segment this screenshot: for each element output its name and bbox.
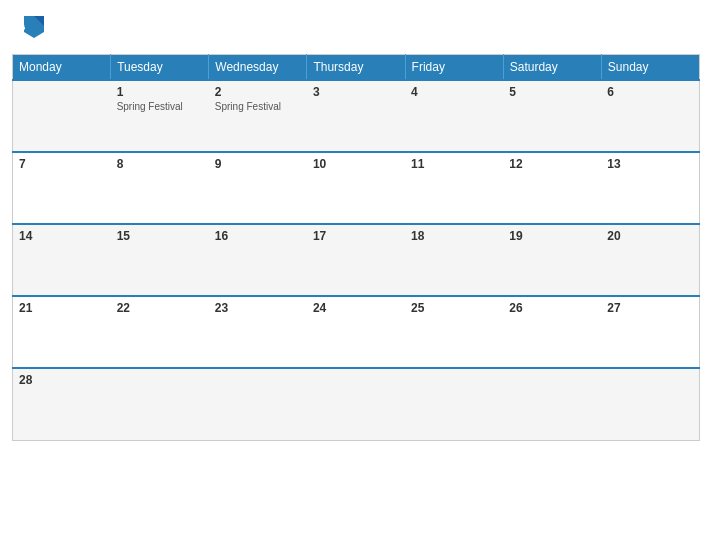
day-number: 11 — [411, 157, 497, 171]
day-number: 3 — [313, 85, 399, 99]
calendar-cell — [405, 368, 503, 440]
calendar-cell: 27 — [601, 296, 699, 368]
day-number: 22 — [117, 301, 203, 315]
day-number: 28 — [19, 373, 105, 387]
calendar-week-row: 14151617181920 — [13, 224, 700, 296]
calendar-table: MondayTuesdayWednesdayThursdayFridaySatu… — [12, 54, 700, 441]
day-number: 18 — [411, 229, 497, 243]
calendar-cell: 18 — [405, 224, 503, 296]
day-number: 27 — [607, 301, 693, 315]
day-number: 16 — [215, 229, 301, 243]
calendar-cell: 8 — [111, 152, 209, 224]
calendar-cell: 14 — [13, 224, 111, 296]
calendar-week-row: 28 — [13, 368, 700, 440]
calendar-cell: 26 — [503, 296, 601, 368]
calendar-cell: 4 — [405, 80, 503, 152]
day-number: 21 — [19, 301, 105, 315]
day-number: 23 — [215, 301, 301, 315]
col-header-thursday: Thursday — [307, 55, 405, 81]
calendar-cell: 10 — [307, 152, 405, 224]
calendar-cell — [307, 368, 405, 440]
calendar-cell: 15 — [111, 224, 209, 296]
calendar-cell: 16 — [209, 224, 307, 296]
calendar-cell: 17 — [307, 224, 405, 296]
calendar-week-row: 1Spring Festival2Spring Festival3456 — [13, 80, 700, 152]
day-number: 12 — [509, 157, 595, 171]
calendar-cell — [601, 368, 699, 440]
calendar-cell: 13 — [601, 152, 699, 224]
day-number: 5 — [509, 85, 595, 99]
calendar-week-row: 78910111213 — [13, 152, 700, 224]
calendar-cell: 24 — [307, 296, 405, 368]
col-header-friday: Friday — [405, 55, 503, 81]
calendar-week-row: 21222324252627 — [13, 296, 700, 368]
calendar-cell: 12 — [503, 152, 601, 224]
calendar-cell: 22 — [111, 296, 209, 368]
day-number: 9 — [215, 157, 301, 171]
calendar-event: Spring Festival — [215, 101, 301, 112]
day-number: 7 — [19, 157, 105, 171]
calendar-cell: 28 — [13, 368, 111, 440]
logo: G — [16, 10, 56, 46]
day-number: 1 — [117, 85, 203, 99]
calendar-cell: 6 — [601, 80, 699, 152]
calendar-cell — [503, 368, 601, 440]
calendar-cell: 11 — [405, 152, 503, 224]
calendar-cell: 7 — [13, 152, 111, 224]
day-number: 17 — [313, 229, 399, 243]
day-number: 2 — [215, 85, 301, 99]
calendar-cell: 2Spring Festival — [209, 80, 307, 152]
day-number: 14 — [19, 229, 105, 243]
col-header-saturday: Saturday — [503, 55, 601, 81]
col-header-tuesday: Tuesday — [111, 55, 209, 81]
day-number: 4 — [411, 85, 497, 99]
day-number: 20 — [607, 229, 693, 243]
calendar-event: Spring Festival — [117, 101, 203, 112]
day-number: 10 — [313, 157, 399, 171]
day-number: 19 — [509, 229, 595, 243]
calendar-cell: 19 — [503, 224, 601, 296]
calendar-cell: 21 — [13, 296, 111, 368]
calendar-cell: 5 — [503, 80, 601, 152]
calendar-cell — [111, 368, 209, 440]
day-number: 8 — [117, 157, 203, 171]
day-number: 26 — [509, 301, 595, 315]
calendar-cell: 3 — [307, 80, 405, 152]
calendar-cell: 9 — [209, 152, 307, 224]
day-number: 13 — [607, 157, 693, 171]
day-number: 24 — [313, 301, 399, 315]
calendar-cell — [13, 80, 111, 152]
calendar-page: G MondayTuesdayWednesdayThursdayFridaySa… — [0, 0, 712, 550]
col-header-sunday: Sunday — [601, 55, 699, 81]
calendar-cell: 20 — [601, 224, 699, 296]
col-header-wednesday: Wednesday — [209, 55, 307, 81]
day-number: 6 — [607, 85, 693, 99]
calendar-header-row: MondayTuesdayWednesdayThursdayFridaySatu… — [13, 55, 700, 81]
calendar-cell: 23 — [209, 296, 307, 368]
calendar-cell — [209, 368, 307, 440]
calendar-header: G — [12, 10, 700, 46]
logo-icon: G — [16, 10, 52, 46]
day-number: 15 — [117, 229, 203, 243]
col-header-monday: Monday — [13, 55, 111, 81]
calendar-cell: 25 — [405, 296, 503, 368]
day-number: 25 — [411, 301, 497, 315]
calendar-cell: 1Spring Festival — [111, 80, 209, 152]
svg-text:G: G — [20, 24, 26, 31]
